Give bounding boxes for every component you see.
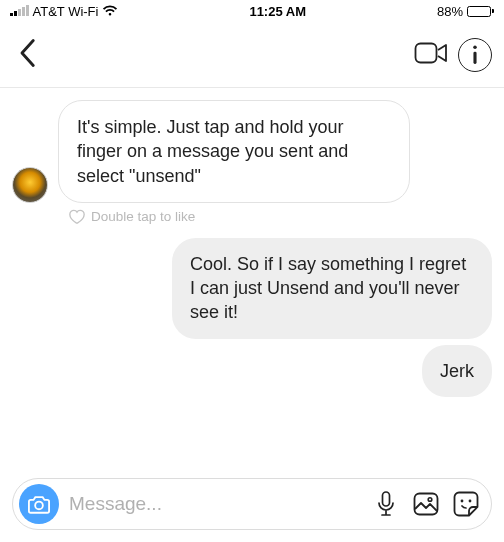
mic-button[interactable] [371,491,401,517]
chevron-left-icon [16,38,38,68]
message-bubble-incoming[interactable]: It's simple. Just tap and hold your fing… [58,100,410,203]
nav-bar [0,22,504,88]
message-row-outgoing[interactable]: Jerk [12,345,492,397]
like-hint-text: Double tap to like [91,209,195,224]
svg-rect-5 [415,494,438,515]
heart-icon [68,209,85,224]
like-hint: Double tap to like [68,209,492,224]
signal-icon [10,6,29,16]
svg-rect-0 [416,43,437,62]
gallery-button[interactable] [411,492,441,516]
camera-button[interactable] [19,484,59,524]
message-bubble-outgoing[interactable]: Cool. So if I say something I regret I c… [172,238,492,339]
status-time: 11:25 AM [249,4,306,19]
video-icon [414,40,448,66]
svg-point-1 [473,45,477,49]
messages-pane[interactable]: It's simple. Just tap and hold your fing… [0,88,504,409]
video-call-button[interactable] [414,40,448,70]
composer-area [0,478,504,530]
svg-point-6 [428,498,432,502]
camera-icon [28,495,50,514]
avatar[interactable] [12,167,48,203]
info-icon [471,45,479,65]
message-bubble-outgoing[interactable]: Jerk [422,345,492,397]
battery-pct: 88% [437,4,463,19]
status-right: 88% [437,4,494,19]
carrier-label: AT&T Wi-Fi [33,4,99,19]
svg-point-7 [461,500,464,503]
svg-point-3 [35,501,43,509]
message-row-outgoing[interactable]: Cool. So if I say something I regret I c… [12,238,492,339]
status-left: AT&T Wi-Fi [10,4,118,19]
wifi-icon [102,5,118,17]
sticker-button[interactable] [451,491,481,517]
message-input[interactable] [69,493,361,515]
battery-icon [467,6,494,17]
status-bar: AT&T Wi-Fi 11:25 AM 88% [0,0,504,22]
svg-point-8 [469,500,472,503]
back-button[interactable] [16,38,38,72]
mic-icon [377,491,395,517]
svg-rect-2 [473,51,476,63]
sticker-icon [453,491,479,517]
info-button[interactable] [458,38,492,72]
composer [12,478,492,530]
gallery-icon [413,492,439,516]
message-row-incoming[interactable]: It's simple. Just tap and hold your fing… [12,100,492,203]
svg-rect-4 [383,492,390,506]
